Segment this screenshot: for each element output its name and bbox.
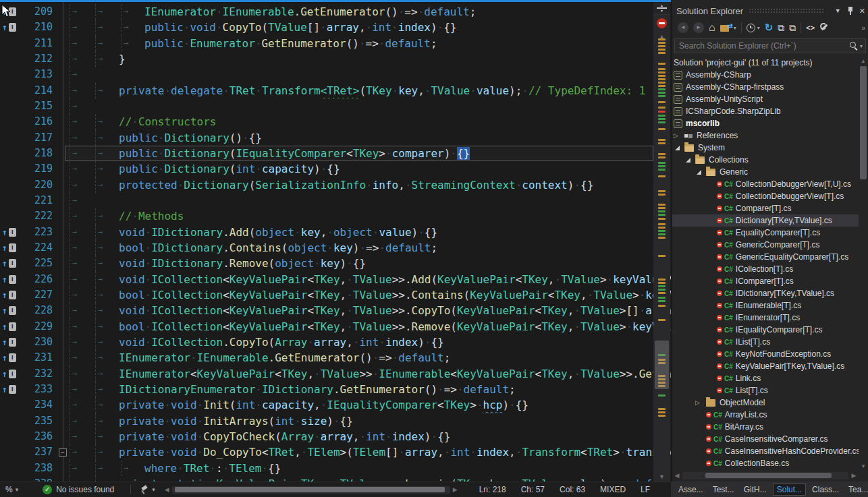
code-line-211[interactable]: 211public·Enumerator·GetEnumerator()·=>·… bbox=[0, 36, 671, 51]
tree-item-ienumerator-t-cs[interactable]: C#IEnumerator[T].cs bbox=[672, 312, 859, 324]
chevron-down-icon[interactable]: ▾ bbox=[734, 25, 736, 31]
code-line-224[interactable]: ↑I224bool·IDictionary.Contains(object·ke… bbox=[0, 240, 671, 256]
hscroll-left-icon[interactable]: ◀ bbox=[165, 486, 169, 493]
code-line-227[interactable]: ↑I227bool·ICollection<KeyValuePair<TKey,… bbox=[0, 287, 671, 303]
home-icon[interactable]: ⌂ bbox=[709, 22, 715, 33]
tree-item-ienumerable-t-cs[interactable]: C#IEnumerable[T].cs bbox=[672, 299, 859, 312]
code-text[interactable]: bool·IDictionary.Contains(object·key)·=>… bbox=[67, 240, 671, 256]
chevron-down-icon[interactable]: ▾ bbox=[152, 486, 155, 493]
editor-horizontal-scrollbar[interactable] bbox=[172, 486, 450, 494]
implements-indicator-icon[interactable]: ↑I bbox=[2, 319, 16, 334]
solution-explorer-titlebar[interactable]: Solution Explorer ▼ ✕ bbox=[676, 4, 865, 18]
code-line-223[interactable]: ↑I223void·IDictionary.Add(object·key,·ob… bbox=[0, 225, 671, 240]
code-line-232[interactable]: ↑I232IEnumerator<KeyValuePair<TKey,·TVal… bbox=[0, 366, 671, 382]
tree-item-icsharpcode-sharpziplib[interactable]: ICSharpCode.SharpZipLib bbox=[672, 105, 859, 117]
code-text[interactable]: private·void·Init(int·capacity,·IEqualit… bbox=[67, 397, 671, 413]
code-text[interactable]: IDictionaryEnumerator·IDictionary.GetEnu… bbox=[67, 382, 671, 397]
tree-item-comparer-t-cs[interactable]: C#Comparer[T].cs bbox=[672, 202, 859, 214]
tree-item-collectionbase-cs[interactable]: C#CollectionBase.cs bbox=[672, 457, 859, 469]
tree-item-keyvaluepair-tkey-tvalue-cs[interactable]: C#KeyValuePair[TKey,TValue].cs bbox=[672, 360, 859, 372]
code-text[interactable]: private·delegate·TRet·Transform<TRet>(TK… bbox=[67, 83, 671, 98]
code-line-226[interactable]: ↑I226void·ICollection<KeyValuePair<TKey,… bbox=[0, 272, 671, 287]
search-icon[interactable] bbox=[849, 41, 859, 51]
implements-indicator-icon[interactable]: ↑I bbox=[2, 366, 16, 382]
code-text[interactable]: where·TRet·:·TElem·{} bbox=[67, 461, 671, 476]
view-code-icon[interactable]: <> bbox=[806, 22, 815, 33]
code-line-217[interactable]: 217public·Dictionary()·{} bbox=[0, 130, 671, 146]
pending-changes-filter-icon[interactable] bbox=[747, 24, 755, 32]
code-text[interactable]: public·Dictionary()·{} bbox=[67, 130, 671, 146]
code-line-221[interactable]: 221 bbox=[0, 193, 671, 208]
code-text[interactable]: public·void·CopyTo(TValue[]·array,·int·i… bbox=[67, 20, 671, 35]
chevron-collapsed-icon[interactable]: ▷ bbox=[674, 132, 684, 139]
toolbar-overflow-icon[interactable]: » bbox=[861, 24, 865, 32]
tree-item-system[interactable]: System bbox=[672, 142, 859, 154]
implements-indicator-icon[interactable]: ↑I bbox=[2, 382, 16, 397]
panel-tab-test[interactable]: Test... bbox=[709, 484, 738, 495]
vscroll-thumb[interactable] bbox=[860, 66, 867, 179]
editor-split-handle[interactable]: ▴ ▾ bbox=[653, 2, 670, 15]
code-line-236[interactable]: 236private·void·CopyToCheck(Array·array,… bbox=[0, 429, 671, 444]
back-button[interactable]: ◄ bbox=[678, 22, 688, 33]
code-line-229[interactable]: ↑I229bool·ICollection<KeyValuePair<TKey,… bbox=[0, 319, 671, 334]
code-text[interactable]: void·ICollection<KeyValuePair<TKey,·TVal… bbox=[67, 303, 671, 318]
refresh-icon[interactable]: ↻ bbox=[765, 22, 774, 34]
code-line-210[interactable]: ↑I210public·void·CopyTo(TValue[]·array,·… bbox=[0, 20, 671, 35]
chevron-expanded-icon[interactable] bbox=[695, 167, 706, 177]
code-text[interactable]: void·ICollection.CopyTo(Array·array,·int… bbox=[67, 334, 671, 350]
code-text[interactable]: bool·ICollection<KeyValuePair<TKey,·TVal… bbox=[67, 319, 671, 334]
pin-icon[interactable] bbox=[847, 6, 854, 16]
implements-indicator-icon[interactable]: ↑I bbox=[2, 303, 16, 318]
code-text[interactable]: public·Dictionary(int·capacity)·{} bbox=[67, 161, 671, 177]
code-line-234[interactable]: 234private·void·Init(int·capacity,·IEqua… bbox=[0, 397, 671, 413]
hscroll-left-icon[interactable]: ◀ bbox=[674, 472, 680, 479]
editor-vertical-scrollbar[interactable]: ▴ ▾ ▲ ▼ bbox=[653, 2, 670, 481]
tree-item-mscorlib[interactable]: mscorlib bbox=[672, 117, 859, 129]
code-line-228[interactable]: ↑I228void·ICollection<KeyValuePair<TKey,… bbox=[0, 303, 671, 318]
tree-item-icomparer-t-cs[interactable]: C#IComparer[T].cs bbox=[672, 275, 859, 287]
sync-with-active-document-icon[interactable] bbox=[720, 23, 732, 33]
issues-indicator[interactable]: ✓ No issues found bbox=[43, 485, 114, 494]
panel-tab-solut[interactable]: Solut... bbox=[773, 484, 806, 496]
document-health-error-icon[interactable] bbox=[657, 18, 667, 28]
hscroll-thumb[interactable] bbox=[705, 473, 832, 478]
close-icon[interactable]: ✕ bbox=[859, 7, 865, 16]
tree-item-assembly-csharp-firstpass[interactable]: Assembly-CSharp-firstpass bbox=[672, 81, 859, 93]
code-text[interactable]: void·IDictionary.Remove(object·key)·{} bbox=[67, 256, 671, 271]
code-text[interactable]: } bbox=[67, 51, 671, 67]
code-line-219[interactable]: 219public·Dictionary(int·capacity)·{} bbox=[0, 161, 671, 177]
tree-item-references[interactable]: ▷References bbox=[672, 129, 859, 142]
code-line-212[interactable]: 212} bbox=[0, 51, 671, 67]
panel-tab-tea[interactable]: Tea... bbox=[845, 484, 868, 495]
char-indicator[interactable]: Ch: 57 bbox=[521, 485, 545, 494]
fold-collapse-icon[interactable]: − bbox=[59, 448, 67, 457]
hscroll-right-icon[interactable]: ▶ bbox=[453, 486, 458, 493]
code-text[interactable]: IEnumerator·IEnumerable.GetEnumerator()·… bbox=[67, 350, 671, 366]
code-text[interactable]: IEnumerator·IEnumerable.GetEnumerator()·… bbox=[67, 4, 671, 20]
code-line-238[interactable]: 238where·TRet·:·TElem·{} bbox=[0, 461, 671, 476]
zoom-level-control[interactable]: % bbox=[5, 485, 13, 494]
code-editor[interactable]: ↑I209IEnumerator·IEnumerable.GetEnumerat… bbox=[0, 0, 671, 481]
code-text[interactable]: private·static·KeyValuePair<TKey,·TValue… bbox=[67, 476, 671, 481]
chevron-expanded-icon[interactable] bbox=[674, 143, 684, 152]
brush-icon[interactable] bbox=[140, 486, 149, 494]
chevron-down-icon[interactable]: ▾ bbox=[16, 486, 19, 493]
tree-item-link-cs[interactable]: C#Link.cs bbox=[672, 372, 859, 384]
tree-item-dictionary-tkey-tvalue-cs[interactable]: C#Dictionary[TKey,TValue].cs bbox=[672, 214, 859, 227]
column-indicator[interactable]: Col: 63 bbox=[560, 485, 585, 494]
solution-explorer-search[interactable]: ▾ bbox=[674, 38, 866, 53]
code-text[interactable]: public·Enumerator·GetEnumerator()·=>·def… bbox=[67, 36, 671, 51]
search-input[interactable] bbox=[675, 41, 849, 51]
hscroll-thumb[interactable] bbox=[175, 487, 445, 492]
implements-indicator-icon[interactable]: ↑I bbox=[2, 225, 16, 240]
tree-item-collectiondebuggerview-t-cs[interactable]: C#CollectionDebuggerView[T].cs bbox=[672, 190, 859, 202]
tree-item-ilist-t-cs[interactable]: C#IList[T].cs bbox=[672, 336, 859, 348]
code-line-230[interactable]: ↑I230void·ICollection.CopyTo(Array·array… bbox=[0, 334, 671, 350]
code-line-239[interactable]: 239private·static·KeyValuePair<TKey,·TVa… bbox=[0, 476, 671, 481]
tree-item-generic[interactable]: Generic bbox=[672, 166, 859, 178]
implements-indicator-icon[interactable]: ↑I bbox=[2, 287, 16, 303]
window-position-caret-icon[interactable]: ▼ bbox=[835, 7, 841, 14]
encoding-indicator[interactable]: MIXED bbox=[600, 485, 626, 494]
code-line-215[interactable]: 215 bbox=[0, 98, 671, 114]
tree-item-genericequalitycomparer-t-cs[interactable]: C#GenericEqualityComparer[T].cs bbox=[672, 251, 859, 263]
